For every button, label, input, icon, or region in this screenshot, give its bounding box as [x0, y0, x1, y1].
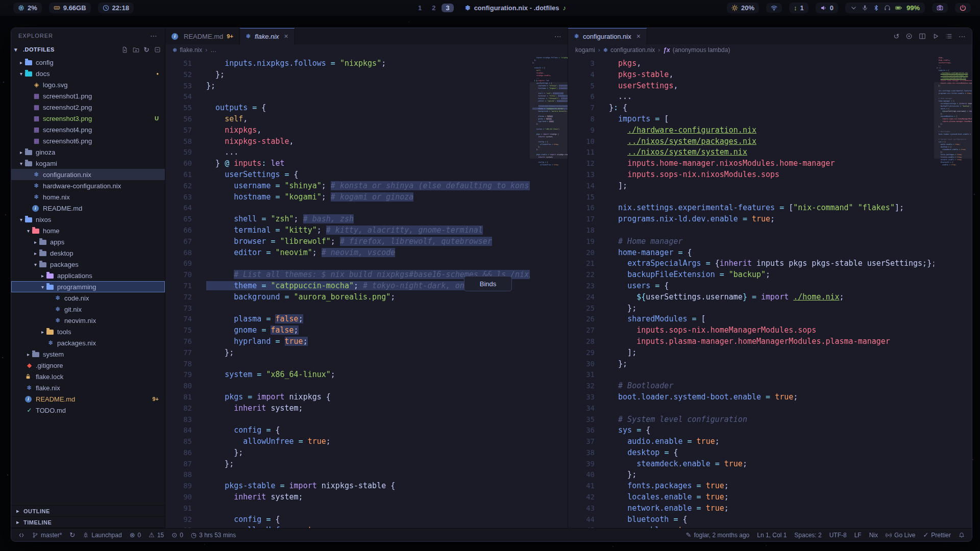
tree-item-nixos[interactable]: ▾nixos: [11, 214, 165, 225]
tree-item-screenshot1-png[interactable]: ▦screenshot1.png: [11, 90, 165, 102]
workspace-3[interactable]: 3: [442, 4, 453, 12]
section-dotfiles[interactable]: ▾ .DOTFILES ↻: [11, 43, 165, 56]
tree-item-gitignore[interactable]: ◆.gitignore: [11, 360, 165, 371]
tree-item-config[interactable]: ▸config: [11, 57, 165, 68]
chevron-down-icon[interactable]: [850, 5, 857, 11]
more-icon[interactable]: ⋯: [554, 32, 561, 40]
explorer-more-actions-icon[interactable]: ⋯: [150, 32, 158, 40]
code-line: plasma = false;: [206, 314, 530, 325]
line-number: 92: [165, 514, 206, 525]
play-icon[interactable]: [932, 33, 939, 40]
status-wakatime[interactable]: ◷3 hrs 53 mins: [191, 531, 236, 539]
tab-close-icon[interactable]: ×: [636, 32, 641, 40]
list-icon[interactable]: [945, 33, 952, 40]
minimap-slider[interactable]: [934, 82, 972, 159]
chevron-down-icon: ▾: [17, 217, 25, 222]
line-number: 8: [568, 114, 609, 125]
tree-item-programming[interactable]: ▾programming: [11, 281, 165, 292]
section-timeline[interactable]: ▸ TIMELINE: [11, 517, 165, 528]
tree-item-tools[interactable]: ▸tools: [11, 326, 165, 337]
tree-item-apps[interactable]: ▸apps: [11, 236, 165, 247]
breadcrumb-item[interactable]: ❄flake.nix: [173, 46, 202, 54]
tree-item-screenshot4-png[interactable]: ▦screenshot4.png: [11, 124, 165, 135]
breadcrumb-item[interactable]: kogami: [575, 46, 595, 54]
tab-configuration-nix[interactable]: ❄configuration.nix×: [568, 28, 647, 44]
workspace-1[interactable]: 1: [414, 4, 426, 12]
status-language-mode[interactable]: Nix: [869, 532, 878, 539]
tree-item-flake-nix[interactable]: ❄flake.nix: [11, 382, 165, 393]
history-icon[interactable]: ↺: [893, 32, 899, 40]
tree-item-logo-svg[interactable]: ◈logo.svg: [11, 79, 165, 90]
status-launchpad[interactable]: Launchpad: [83, 532, 121, 539]
breadcrumb-item[interactable]: ❄configuration.nix: [603, 46, 655, 54]
tree-item-ginoza[interactable]: ▸ginoza: [11, 146, 165, 158]
tree-item-applications[interactable]: ▸applications: [11, 270, 165, 281]
tab-readme-md[interactable]: iREADME.md9+: [165, 28, 240, 44]
more-icon[interactable]: ⋯: [959, 32, 966, 40]
tree-item-screenshot2-png[interactable]: ▦screenshot2.png: [11, 102, 165, 113]
tree-item-readme-md[interactable]: iREADME.md9+: [11, 393, 165, 405]
minimap[interactable]: inputs.nixpkgs.follows = "nixpkgs"; };};…: [530, 56, 568, 528]
status-cursor-position[interactable]: Ln 1, Col 1: [757, 532, 787, 539]
minimap[interactable]: pkgs, pkgs-stable, userSettings, ...}: {…: [934, 56, 972, 528]
split-icon[interactable]: [919, 33, 926, 40]
line-number: 60: [165, 158, 206, 169]
minimap-slider[interactable]: [530, 82, 568, 159]
code-editor[interactable]: pkgs, pkgs-stable, userSettings, ...}: {…: [609, 56, 934, 528]
nix-file-icon: ❄: [46, 339, 55, 346]
status-git-branch[interactable]: master*: [32, 532, 62, 539]
tree-item-packages[interactable]: ▾packages: [11, 259, 165, 270]
tab-close-icon[interactable]: ×: [284, 32, 288, 40]
tree-item-home[interactable]: ▾home: [11, 225, 165, 236]
breadcrumb-item[interactable]: ƒx(anonymous lambda): [663, 46, 730, 54]
status-go-live[interactable]: Go Live: [886, 532, 915, 539]
status-errors[interactable]: ⊗0: [130, 531, 141, 539]
line-number: 33: [568, 392, 609, 403]
tree-item-flake-lock[interactable]: flake.lock: [11, 371, 165, 382]
status-warnings[interactable]: ⚠15: [149, 531, 164, 539]
bluetooth-icon[interactable]: [873, 5, 879, 11]
new-folder-icon[interactable]: [133, 46, 139, 53]
tree-item-neovim-nix[interactable]: ❄neovim.nix: [11, 315, 165, 326]
tree-item-hardware-configuration-nix[interactable]: ❄hardware-configuration.nix: [11, 180, 165, 191]
tab-flake-nix[interactable]: ❄flake.nix×: [240, 28, 295, 44]
breadcrumb-label: flake.nix: [180, 46, 202, 54]
tree-item-configuration-nix[interactable]: ❄configuration.nix: [11, 169, 165, 180]
status-ports[interactable]: ⊙0: [172, 531, 183, 539]
tree-item-screenshot6-png[interactable]: ▦screenshot6.png: [11, 135, 165, 146]
code-editor[interactable]: inputs.nixpkgs.follows = "nixpkgs"; };};…: [206, 56, 530, 528]
line-number: 13: [568, 169, 609, 181]
tree-item-packages-nix[interactable]: ❄packages.nix: [11, 337, 165, 348]
headphones-icon[interactable]: [884, 5, 891, 11]
status-indentation[interactable]: Spaces: 2: [794, 532, 821, 539]
status-git-blame[interactable]: ✎foglar, 2 months ago: [686, 531, 750, 539]
status-eol[interactable]: LF: [854, 532, 862, 539]
screenshot-button[interactable]: [932, 3, 948, 13]
new-file-icon[interactable]: [121, 46, 128, 53]
tree-item-desktop[interactable]: ▸desktop: [11, 247, 165, 259]
tree-item-git-nix[interactable]: ❄git.nix: [11, 304, 165, 315]
target-icon[interactable]: [905, 33, 913, 40]
tree-item-todo-md[interactable]: ✓TODO.md: [11, 405, 165, 416]
refresh-icon[interactable]: ↻: [144, 46, 150, 54]
tree-item-home-nix[interactable]: ❄home.nix: [11, 191, 165, 203]
status-encoding[interactable]: UTF-8: [829, 532, 847, 539]
collapse-all-icon[interactable]: [154, 46, 161, 53]
tree-item-docs[interactable]: ▾docs●: [11, 68, 165, 79]
microphone-icon[interactable]: [862, 5, 868, 11]
tree-item-screenshot3-png[interactable]: ▦screenshot3.pngU: [11, 113, 165, 124]
power-button[interactable]: [955, 3, 971, 13]
tree-item-readme-md[interactable]: iREADME.md: [11, 203, 165, 214]
tree-item-system[interactable]: ▸system: [11, 348, 165, 360]
status-remote[interactable]: [18, 532, 24, 538]
section-outline[interactable]: ▸ OUTLINE: [11, 506, 165, 517]
code-line: };: [609, 303, 934, 314]
status-prettier[interactable]: ✓Prettier: [923, 531, 951, 539]
status-notifications[interactable]: [959, 532, 965, 538]
tree-item-code-nix[interactable]: ❄code.nix: [11, 292, 165, 304]
workspace-2[interactable]: 2: [428, 4, 439, 12]
tree-item-kogami[interactable]: ▾kogami: [11, 158, 165, 169]
line-number: 82: [165, 403, 206, 414]
breadcrumb-item[interactable]: …: [210, 46, 216, 54]
status-sync[interactable]: ↻: [69, 531, 75, 539]
